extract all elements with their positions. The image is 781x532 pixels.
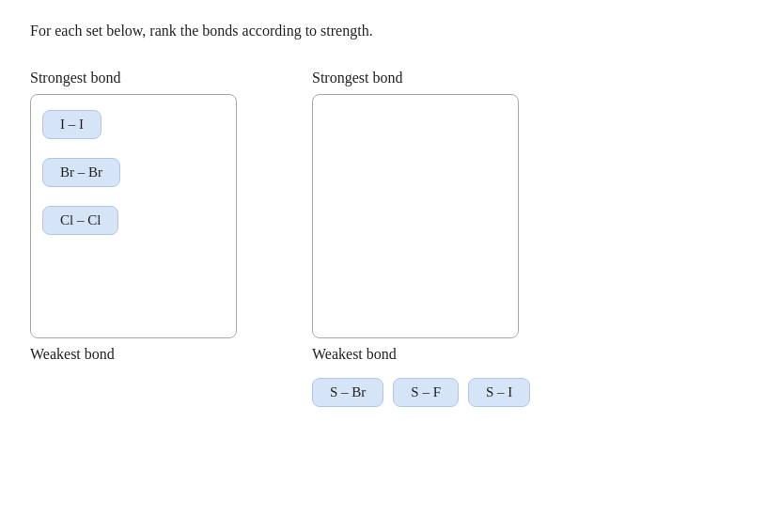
set2-weakest-label: Weakest bond [312,346,397,363]
chip-S-F[interactable]: S – F [393,378,459,407]
chip-S-I[interactable]: S – I [468,378,530,407]
set2-available-bonds: S – Br S – F S – I [312,378,530,407]
instruction-text: For each set below, rank the bonds accor… [30,23,751,39]
set1-weakest-label: Weakest bond [30,346,115,363]
chip-S-Br[interactable]: S – Br [312,378,383,407]
set-1: Strongest bond I – I Br – Br Cl – Cl Wea… [30,70,237,363]
chip-Br-Br[interactable]: Br – Br [42,158,120,187]
set1-drop-zone[interactable]: I – I Br – Br Cl – Cl [30,94,237,338]
chip-I-I[interactable]: I – I [42,110,102,139]
set2-strongest-label: Strongest bond [312,70,402,86]
set-2: Strongest bond Weakest bond S – Br S – F… [312,70,530,407]
set1-strongest-label: Strongest bond [30,70,120,86]
chip-Cl-Cl[interactable]: Cl – Cl [42,206,118,235]
set2-drop-zone[interactable] [312,94,519,338]
sets-container: Strongest bond I – I Br – Br Cl – Cl Wea… [30,70,751,407]
